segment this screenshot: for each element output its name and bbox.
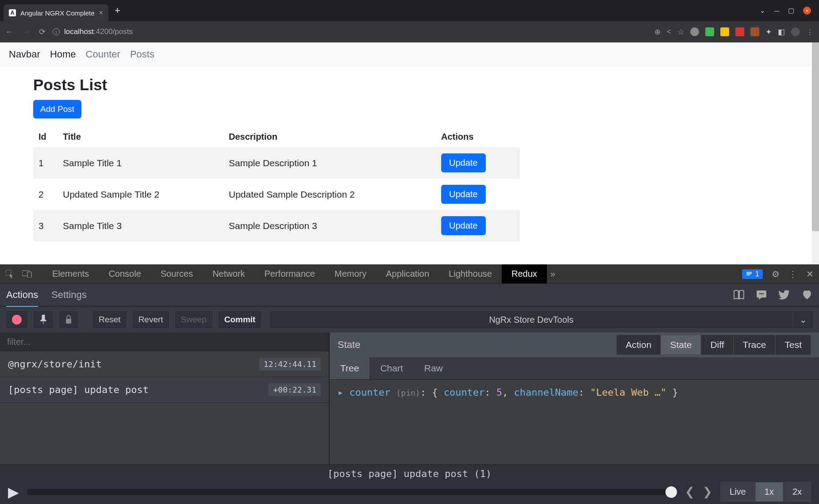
devtools-close-icon[interactable]: ✕: [806, 269, 814, 279]
view-tab-diff[interactable]: Diff: [701, 335, 733, 355]
extension-icon-2[interactable]: [705, 27, 714, 36]
redux-tab-settings[interactable]: Settings: [51, 284, 87, 306]
action-name: [posts page] update post: [8, 384, 149, 395]
cell-id: 1: [33, 147, 58, 179]
bookmark-icon[interactable]: ☆: [677, 27, 684, 37]
panel-icon[interactable]: ◧: [778, 27, 785, 37]
minimize-icon[interactable]: ─: [774, 7, 779, 15]
profile-avatar[interactable]: [791, 27, 800, 36]
nav-link-home[interactable]: Home: [50, 49, 76, 60]
sub-tab-raw[interactable]: Raw: [414, 357, 454, 379]
th-description: Description: [223, 126, 436, 147]
commit-button[interactable]: Commit: [218, 310, 262, 329]
issues-badge[interactable]: 1: [742, 269, 763, 279]
redux-tab-actions[interactable]: Actions: [6, 284, 38, 307]
chevron-down-icon[interactable]: ⌄: [760, 7, 765, 15]
close-tab-icon[interactable]: ×: [99, 9, 103, 17]
devtools-tab-lighthouse[interactable]: Lighthouse: [439, 264, 502, 283]
new-tab-button[interactable]: +: [115, 5, 120, 16]
step-forward-icon[interactable]: ❯: [703, 485, 712, 499]
time-slider[interactable]: [27, 489, 677, 495]
extension-icon-3[interactable]: [720, 27, 729, 36]
twitter-icon[interactable]: [778, 290, 790, 300]
redux-toolbar: Reset Revert Sweep Commit NgRx Store Dev…: [0, 307, 819, 332]
cell-title: Sample Title 1: [58, 147, 223, 179]
docs-icon[interactable]: [733, 290, 745, 300]
update-button[interactable]: Update: [441, 153, 486, 172]
cell-description: Updated Sample Description 2: [223, 179, 436, 210]
view-tab-trace[interactable]: Trace: [734, 335, 776, 355]
device-toggle-icon[interactable]: [22, 270, 32, 279]
action-row[interactable]: @ngrx/store/init 12:42:44.11: [0, 351, 329, 377]
extension-icon-1[interactable]: [690, 27, 699, 36]
th-actions: Actions: [436, 126, 520, 147]
instance-selector[interactable]: NgRx Store DevTools ⌄: [269, 310, 814, 329]
step-back-icon[interactable]: ❮: [685, 485, 695, 499]
forward-icon[interactable]: →: [22, 27, 30, 37]
pin-label[interactable]: (pin): [396, 388, 420, 397]
state-tree[interactable]: ▸ counter (pin): { counter: 5, channelNa…: [330, 379, 819, 405]
add-post-button[interactable]: Add Post: [33, 100, 81, 118]
speed-1x[interactable]: 1x: [755, 482, 783, 502]
devtools-tab-elements[interactable]: Elements: [42, 264, 99, 283]
page-scrollbar[interactable]: [812, 42, 819, 264]
maximize-icon[interactable]: ▢: [788, 7, 794, 15]
back-icon[interactable]: ←: [5, 27, 13, 37]
action-row[interactable]: [posts page] update post +00:22.31: [0, 377, 329, 403]
svg-rect-6: [66, 319, 71, 324]
url-box[interactable]: i localhost:4200/posts: [53, 27, 133, 36]
reset-button[interactable]: Reset: [92, 310, 127, 329]
revert-button[interactable]: Revert: [132, 310, 170, 329]
pin-button[interactable]: [33, 310, 54, 329]
devtools-tab-console[interactable]: Console: [99, 264, 150, 283]
feedback-icon[interactable]: •••: [756, 290, 767, 300]
settings-icon[interactable]: ⚙: [772, 269, 780, 279]
zoom-icon[interactable]: ⊕: [654, 27, 661, 37]
view-tab-action[interactable]: Action: [616, 335, 661, 355]
share-icon[interactable]: <: [667, 27, 671, 36]
view-tab-state[interactable]: State: [661, 335, 701, 355]
slider-thumb[interactable]: [665, 486, 677, 498]
cell-title: Updated Sample Title 2: [58, 179, 223, 210]
devtools-tab-network[interactable]: Network: [203, 264, 254, 283]
menu-icon[interactable]: ⋮: [806, 27, 814, 37]
devtools-tab-memory[interactable]: Memory: [325, 264, 376, 283]
reload-icon[interactable]: ⟳: [39, 27, 46, 37]
record-button[interactable]: [5, 310, 28, 329]
speed-2x[interactable]: 2x: [783, 482, 811, 502]
nav-link-posts[interactable]: Posts: [130, 49, 154, 60]
tree-key: counter: [350, 387, 391, 398]
devtools-tab-performance[interactable]: Performance: [255, 264, 325, 283]
devtools-tab-sources[interactable]: Sources: [151, 264, 203, 283]
devtools-tab-redux[interactable]: Redux: [502, 264, 547, 283]
devtools-more-tabs[interactable]: »: [550, 269, 555, 279]
instance-name: NgRx Store DevTools: [269, 315, 793, 325]
cell-actions: Update: [436, 210, 520, 241]
update-button[interactable]: Update: [441, 216, 486, 235]
cell-id: 2: [33, 179, 58, 210]
play-button[interactable]: ▶: [8, 484, 19, 500]
nav-link-counter[interactable]: Counter: [86, 49, 120, 60]
tab-strip: A Angular NGRX Complete × + ⌄ ─ ▢ ×: [0, 0, 819, 21]
browser-tab[interactable]: A Angular NGRX Complete ×: [4, 4, 108, 21]
devtools-menu-icon[interactable]: ⋮: [788, 269, 797, 279]
extensions-icon[interactable]: ✦: [765, 27, 772, 37]
svg-rect-2: [27, 272, 31, 278]
site-info-icon[interactable]: i: [53, 28, 60, 35]
support-icon[interactable]: [801, 290, 813, 300]
sweep-button[interactable]: Sweep: [174, 310, 213, 329]
speed-live[interactable]: Live: [720, 482, 755, 502]
devtools-tab-application[interactable]: Application: [376, 264, 439, 283]
view-tab-test[interactable]: Test: [775, 335, 811, 355]
sub-tab-tree[interactable]: Tree: [330, 357, 369, 379]
tab-title: Angular NGRX Complete: [20, 9, 95, 17]
sub-tab-chart[interactable]: Chart: [369, 357, 413, 379]
lock-button[interactable]: [58, 310, 79, 329]
extension-icon-4[interactable]: [735, 27, 744, 36]
expand-arrow-icon[interactable]: ▸: [338, 387, 343, 398]
extension-icon-5[interactable]: [750, 27, 759, 36]
window-close-icon[interactable]: ×: [803, 7, 811, 15]
filter-input[interactable]: [0, 332, 329, 351]
inspect-icon[interactable]: [5, 270, 14, 279]
update-button[interactable]: Update: [441, 185, 486, 204]
